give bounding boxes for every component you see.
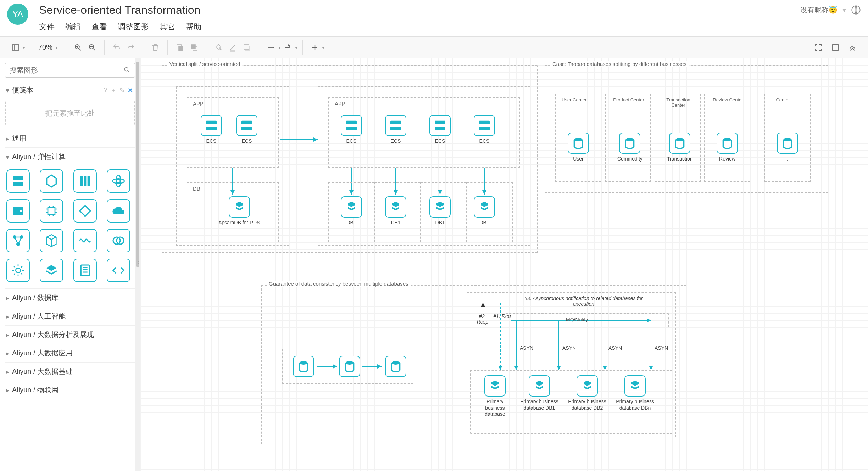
globe-icon[interactable] — [851, 5, 861, 15]
format-panel-button[interactable] — [828, 40, 842, 55]
zoom-level[interactable]: 70% ▾ — [35, 43, 61, 51]
node-review[interactable]: Review — [717, 133, 738, 162]
shape-network-icon[interactable] — [6, 229, 30, 252]
node-ecs[interactable]: ECS — [474, 115, 495, 145]
insert-caret[interactable]: ▾ — [322, 45, 324, 50]
shape-chip-icon[interactable] — [40, 199, 63, 223]
shape-code-icon[interactable] — [107, 259, 130, 282]
svg-rect-38 — [435, 127, 445, 130]
menu-view[interactable]: 查看 — [91, 22, 107, 32]
section-aliyun-bigdata-app[interactable]: ▸Aliyun / 大数据应用 — [5, 344, 135, 362]
fill-color-button[interactable] — [211, 40, 226, 55]
node-label: ... — [785, 156, 790, 162]
shape-venn-icon[interactable] — [107, 229, 130, 252]
scratchpad-help[interactable]: ? — [102, 86, 109, 94]
collapse-expand-button[interactable] — [845, 40, 859, 55]
shape-hex-icon[interactable] — [40, 169, 63, 193]
shape-wave-icon[interactable] — [73, 229, 97, 252]
connection-style-button[interactable] — [264, 40, 278, 55]
node-commodity[interactable]: Commodity — [617, 133, 642, 162]
scratchpad-edit[interactable]: ✎ — [118, 86, 126, 94]
svg-rect-29 — [206, 121, 217, 124]
search-input[interactable] — [10, 66, 123, 74]
node-apsaradb[interactable]: ApsaraDB for RDS — [218, 196, 260, 226]
scratchpad-drop-zone[interactable]: 把元素拖至此处 — [5, 101, 135, 125]
menu-edit[interactable]: 编辑 — [65, 22, 81, 32]
node-db-small[interactable] — [293, 356, 314, 377]
shadow-button[interactable] — [240, 40, 254, 55]
section-aliyun-bigdata-vis[interactable]: ▸Aliyun / 大数据分析及展现 — [5, 325, 135, 344]
section-aliyun-elastic[interactable]: ▾ Aliyun / 弹性计算 — [5, 147, 135, 166]
waypoint-caret[interactable]: ▾ — [295, 45, 297, 50]
section-aliyun-ai[interactable]: ▸Aliyun / 人工智能 — [5, 307, 135, 325]
delete-button[interactable] — [148, 40, 162, 55]
section-aliyun-bigdata-base[interactable]: ▸Aliyun / 大数据基础 — [5, 362, 135, 381]
user-nickname[interactable]: 没有昵称😇 — [800, 5, 838, 15]
node-ecs[interactable]: ECS — [236, 115, 257, 145]
shape-server-icon[interactable] — [73, 259, 97, 282]
shape-ecs-icon[interactable] — [6, 169, 30, 193]
node-db1[interactable]: DB1 — [474, 196, 495, 226]
box-app-left[interactable]: APP — [187, 97, 279, 168]
node-db1[interactable]: DB1 — [429, 196, 451, 226]
asyn2: ASYN — [562, 345, 576, 351]
shape-gear-icon[interactable] — [6, 259, 30, 282]
insert-button[interactable] — [308, 40, 322, 55]
canvas[interactable]: Vertical split / service-oriented APP EC… — [140, 58, 868, 471]
node-user[interactable]: User — [568, 133, 589, 162]
redo-button[interactable] — [124, 40, 138, 55]
node-ecs[interactable]: ECS — [201, 115, 222, 145]
shape-layers-icon[interactable] — [40, 259, 63, 282]
shape-atom-icon[interactable] — [107, 169, 130, 193]
node-ecs[interactable]: ECS — [429, 115, 451, 145]
node-dots[interactable]: ... — [777, 133, 798, 162]
shape-diamond-icon[interactable] — [73, 199, 97, 223]
node-primary-db1[interactable]: Primary business database DB1 — [522, 375, 557, 411]
user-dropdown-caret[interactable]: ▾ — [842, 6, 846, 14]
scratchpad-close[interactable]: ✕ — [126, 86, 134, 94]
shape-bars-icon[interactable] — [73, 169, 97, 193]
search-icon[interactable] — [123, 66, 130, 74]
to-front-button[interactable] — [173, 40, 187, 55]
node-ecs[interactable]: ECS — [341, 115, 362, 145]
menu-adjust[interactable]: 调整图形 — [118, 22, 149, 32]
section-aliyun-db[interactable]: ▸Aliyun / 数据库 — [5, 288, 135, 307]
node-db1[interactable]: DB1 — [341, 196, 362, 226]
connection-caret[interactable]: ▾ — [278, 45, 281, 50]
shape-disk-icon[interactable] — [6, 199, 30, 223]
undo-button[interactable] — [110, 40, 124, 55]
node-primary-db2[interactable]: Primary business database DB2 — [569, 375, 605, 411]
svg-rect-37 — [435, 121, 445, 124]
section-general[interactable]: ▸ 通用 — [5, 129, 135, 147]
section-aliyun-iot[interactable]: ▸Aliyun / 物联网 — [5, 381, 135, 399]
node-db-small[interactable] — [339, 356, 360, 377]
avatar[interactable]: YA — [7, 4, 28, 25]
scratchpad-header[interactable]: ▾ 便笺本 ? ＋ ✎ ✕ — [5, 82, 135, 99]
zoom-in-button[interactable] — [71, 40, 85, 55]
panels-toggle-button[interactable] — [9, 40, 23, 55]
svg-rect-33 — [346, 121, 357, 124]
scratchpad-add[interactable]: ＋ — [109, 86, 118, 95]
node-ecs[interactable]: ECS — [385, 115, 406, 145]
node-label: DB1 — [346, 220, 356, 226]
zoom-dropdown-caret[interactable]: ▾ — [55, 45, 58, 50]
waypoint-style-button[interactable] — [281, 40, 295, 55]
svg-point-46 — [299, 361, 307, 365]
zoom-out-button[interactable] — [85, 40, 99, 55]
node-transaction[interactable]: Transaction — [667, 133, 693, 162]
shape-cloud-icon[interactable] — [107, 199, 130, 223]
panels-dropdown-caret[interactable]: ▾ — [23, 45, 25, 50]
line-color-button[interactable] — [226, 40, 240, 55]
menu-help[interactable]: 帮助 — [186, 22, 201, 32]
fullscreen-button[interactable] — [811, 40, 825, 55]
node-primary[interactable]: Primary business database — [477, 375, 513, 417]
to-back-button[interactable] — [187, 40, 201, 55]
node-db-small[interactable] — [385, 356, 406, 377]
search-shapes[interactable] — [5, 63, 135, 78]
menu-file[interactable]: 文件 — [39, 22, 55, 32]
shape-cube-icon[interactable] — [40, 229, 63, 252]
node-db1[interactable]: DB1 — [385, 196, 406, 226]
menu-other[interactable]: 其它 — [160, 22, 175, 32]
page-title[interactable]: Service-oriented Transformation — [39, 4, 800, 17]
node-primary-dbn[interactable]: Primary business database DBn — [617, 375, 653, 411]
